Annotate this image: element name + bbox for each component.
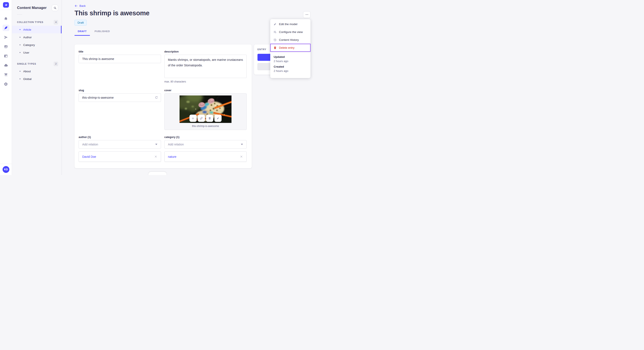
plus-icon xyxy=(192,117,195,120)
pencil-icon xyxy=(216,117,219,120)
author-label: author (1) xyxy=(78,136,161,139)
avatar[interactable]: KD xyxy=(2,166,9,173)
category-relation-item: nature xyxy=(164,151,247,162)
bullet-icon xyxy=(20,29,20,30)
tab-published[interactable]: PUBLISHED xyxy=(94,30,110,36)
search-icon xyxy=(54,6,57,9)
search-button[interactable] xyxy=(52,5,58,11)
context-menu: Edit the model Configure the view Conten… xyxy=(270,19,310,78)
updated-value: 2 hours ago xyxy=(274,59,307,63)
page-title: This shrimp is awesome xyxy=(74,9,322,17)
cover-image xyxy=(180,95,232,123)
remove-relation-icon[interactable] xyxy=(240,155,243,158)
slug-input[interactable] xyxy=(78,93,161,102)
relation-link-nature[interactable]: nature xyxy=(168,155,176,159)
cover-action-toolbar xyxy=(189,115,222,122)
chevron-down-icon xyxy=(241,144,243,145)
bottom-pill[interactable] xyxy=(148,172,166,175)
field-author: author (1) Add relation David Doe xyxy=(78,136,161,162)
cart-icon[interactable] xyxy=(2,71,9,78)
cover-label: cover xyxy=(164,89,247,92)
menu-item-content-history[interactable]: Content History xyxy=(270,36,310,44)
single-types-count: 2 xyxy=(54,62,58,66)
sidebar-item-global[interactable]: Global xyxy=(12,75,62,83)
subnav-divider xyxy=(17,14,22,15)
app-screen: KD Content Manager COLLECTION TYPES 4 Ar… xyxy=(0,0,322,175)
bullet-icon xyxy=(20,37,20,38)
tab-draft[interactable]: DRAFT xyxy=(74,30,90,36)
category-relation-select[interactable]: Add relation xyxy=(164,140,247,149)
field-slug: slug xyxy=(78,89,161,130)
field-cover: cover xyxy=(164,89,247,130)
collection-types-label: COLLECTION TYPES xyxy=(17,21,43,23)
sidebar-item-category[interactable]: Category xyxy=(12,41,62,49)
created-label: Created xyxy=(274,65,307,68)
ellipsis-icon xyxy=(305,12,308,16)
author-relation-select[interactable]: Add relation xyxy=(78,140,161,149)
slug-label: slug xyxy=(78,89,161,92)
images-icon[interactable] xyxy=(2,43,9,50)
back-link[interactable]: Back xyxy=(74,4,90,7)
sidebar-item-user[interactable]: User xyxy=(12,49,62,56)
layout-icon[interactable] xyxy=(2,53,9,59)
menu-item-configure-view[interactable]: Configure the view xyxy=(270,28,310,36)
updated-label: Updated xyxy=(274,55,307,58)
gear-icon[interactable] xyxy=(2,81,9,87)
history-clock-icon xyxy=(274,38,277,41)
edit-asset-button[interactable] xyxy=(214,115,222,122)
home-icon[interactable] xyxy=(2,15,9,22)
nav-rail: KD xyxy=(0,0,12,175)
bullet-icon xyxy=(20,52,20,53)
chevron-down-icon xyxy=(155,144,158,145)
single-types-label: SINGLE TYPES xyxy=(17,62,36,65)
cloud-icon[interactable] xyxy=(2,62,9,68)
add-asset-button[interactable] xyxy=(189,115,196,122)
created-value: 2 hours ago xyxy=(274,69,307,72)
description-textarea[interactable]: Mantis shrimps, or stomatopods, are mari… xyxy=(164,55,247,78)
subnav-title: Content Manager xyxy=(17,6,47,10)
main-area: Back This shrimp is awesome Draft DRAFT … xyxy=(62,0,322,175)
sidebar-item-about[interactable]: About xyxy=(12,67,62,75)
category-label: category (1) xyxy=(164,136,247,139)
paper-plane-icon[interactable] xyxy=(2,34,9,40)
bullet-icon xyxy=(20,44,20,45)
title-label: title xyxy=(78,50,161,53)
description-helper: max. 80 characters xyxy=(164,80,247,83)
feather-icon[interactable] xyxy=(2,25,9,31)
collection-types-count: 4 xyxy=(54,20,58,24)
trash-icon xyxy=(208,117,211,120)
back-arrow-icon xyxy=(74,4,78,7)
delete-asset-button[interactable] xyxy=(206,115,213,122)
rail-divider xyxy=(0,9,12,10)
description-label: description xyxy=(164,50,247,53)
sidebar-item-author[interactable]: Author xyxy=(12,33,62,41)
remove-relation-icon[interactable] xyxy=(154,155,158,158)
field-category: category (1) Add relation nature xyxy=(164,136,247,162)
menu-meta: Updated 2 hours ago Created 2 hours ago xyxy=(270,52,310,78)
field-title: title xyxy=(78,50,161,83)
bullet-icon xyxy=(20,71,20,72)
cover-carousel: this-shrimp-is-awesome xyxy=(164,93,247,130)
field-description: description Mantis shrimps, or stomatopo… xyxy=(164,50,247,83)
link-icon xyxy=(200,117,203,120)
rail-footer: KD xyxy=(0,164,12,175)
title-input[interactable] xyxy=(78,55,161,63)
content-manager-subnav: Content Manager COLLECTION TYPES 4 Artic… xyxy=(12,0,62,175)
more-options-button[interactable] xyxy=(303,11,310,18)
cover-filename: this-shrimp-is-awesome xyxy=(192,125,219,128)
list-plus-icon xyxy=(274,30,277,34)
copy-link-button[interactable] xyxy=(198,115,205,122)
trash-icon xyxy=(274,46,277,49)
sidebar-item-article[interactable]: Article xyxy=(12,26,62,33)
menu-item-delete-entry[interactable]: Delete entry xyxy=(270,44,310,52)
refresh-icon[interactable] xyxy=(154,96,158,100)
edit-form-card: title description Mantis shrimps, or sto… xyxy=(74,44,252,168)
relation-link-david-doe[interactable]: David Doe xyxy=(82,155,96,159)
author-relation-item: David Doe xyxy=(78,151,161,162)
pencil-icon xyxy=(274,22,277,26)
bullet-icon xyxy=(20,78,20,79)
menu-item-edit-model[interactable]: Edit the model xyxy=(270,20,310,28)
status-badge: Draft xyxy=(74,20,87,25)
strapi-logo[interactable] xyxy=(3,2,9,8)
